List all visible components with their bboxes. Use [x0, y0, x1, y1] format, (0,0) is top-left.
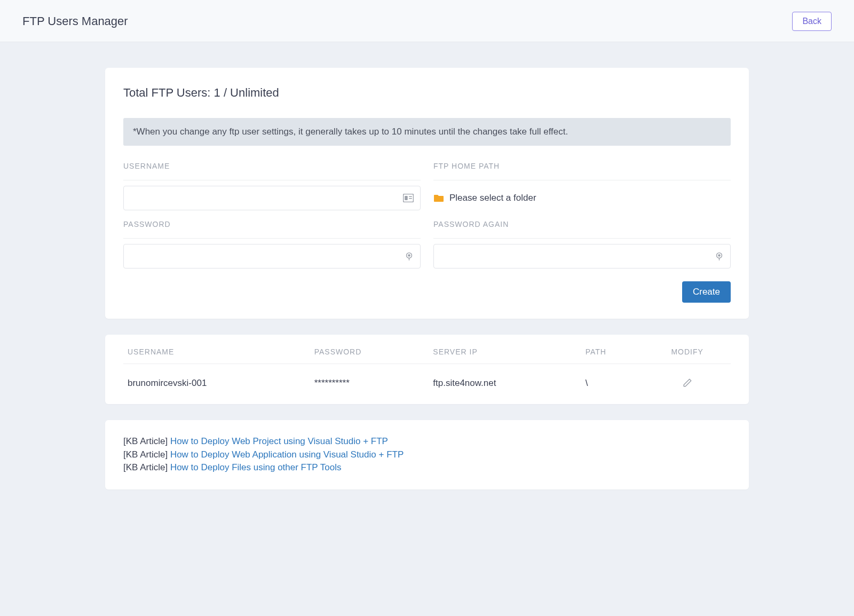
page-title: FTP Users Manager [22, 14, 128, 28]
users-table-card: Username Password Server IP Path Modify … [105, 335, 749, 404]
pencil-icon [683, 378, 692, 388]
col-password: Password [310, 335, 429, 364]
password-again-field: Password Again [433, 220, 731, 268]
back-button[interactable]: Back [792, 12, 832, 31]
home-path-selector[interactable]: Please select a folder [433, 186, 731, 210]
username-input[interactable] [124, 186, 420, 210]
create-user-card: Total FTP Users: 1 / Unlimited *When you… [105, 68, 749, 319]
topbar: FTP Users Manager Back [0, 0, 854, 42]
delay-notice: *When you change any ftp user settings, … [123, 118, 731, 146]
cell-username: brunomircevski-001 [123, 364, 310, 405]
svg-rect-2 [409, 196, 412, 198]
kb-article-line: [KB Article] How to Deploy Files using o… [123, 461, 731, 475]
cell-path: \ [581, 364, 644, 405]
password-again-input[interactable] [434, 244, 730, 268]
edit-button[interactable] [681, 376, 694, 390]
id-card-icon [403, 194, 414, 202]
kb-link[interactable]: How to Deploy Files using other FTP Tool… [170, 462, 342, 472]
username-label: Username [123, 162, 421, 180]
col-path: Path [581, 335, 644, 364]
username-field: Username [123, 162, 421, 210]
col-server-ip: Server IP [429, 335, 581, 364]
kb-article-line: [KB Article] How to Deploy Web Applicati… [123, 448, 731, 462]
key-icon [715, 252, 724, 261]
users-table: Username Password Server IP Path Modify … [123, 335, 731, 404]
svg-point-5 [408, 255, 410, 256]
home-path-field: FTP Home Path Please select a folder [433, 162, 731, 210]
kb-link[interactable]: How to Deploy Web Application using Visu… [170, 449, 404, 460]
home-path-label: FTP Home Path [433, 162, 731, 180]
password-label: Password [123, 220, 421, 239]
home-path-placeholder: Please select a folder [449, 193, 536, 203]
cell-server-ip: ftp.site4now.net [429, 364, 581, 405]
password-again-label: Password Again [433, 220, 731, 239]
cell-password: ********** [310, 364, 429, 405]
create-button[interactable]: Create [682, 281, 731, 303]
kb-prefix: [KB Article] [123, 449, 168, 460]
kb-link[interactable]: How to Deploy Web Project using Visual S… [170, 436, 388, 446]
svg-rect-3 [409, 198, 412, 199]
svg-rect-1 [405, 196, 408, 200]
table-row: brunomircevski-001 ********** ftp.site4n… [123, 364, 731, 405]
col-modify: Modify [644, 335, 731, 364]
password-input[interactable] [124, 244, 420, 268]
col-username: Username [123, 335, 310, 364]
kb-articles-card: [KB Article] How to Deploy Web Project u… [105, 420, 749, 489]
kb-article-line: [KB Article] How to Deploy Web Project u… [123, 435, 731, 448]
svg-point-8 [718, 255, 720, 256]
kb-prefix: [KB Article] [123, 462, 168, 472]
key-icon [405, 252, 414, 261]
password-again-control [433, 244, 731, 268]
username-control [123, 186, 421, 210]
password-control [123, 244, 421, 268]
kb-prefix: [KB Article] [123, 436, 168, 446]
users-summary: Total FTP Users: 1 / Unlimited [123, 86, 731, 100]
users-summary-value: 1 / Unlimited [214, 86, 279, 99]
users-summary-label: Total FTP Users: [123, 86, 210, 99]
password-field: Password [123, 220, 421, 268]
folder-icon [433, 194, 444, 202]
